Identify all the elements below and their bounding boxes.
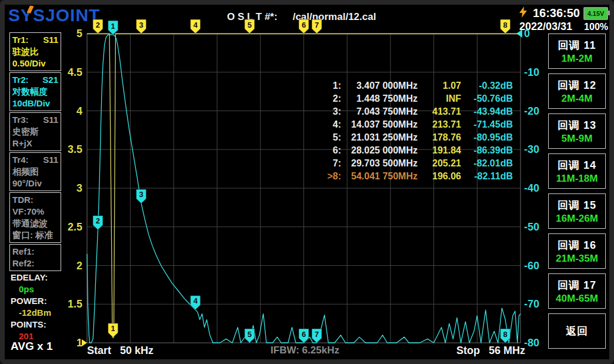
softkey-title: 回调 12 bbox=[558, 78, 596, 92]
y-axis-left-tick: 4.5 bbox=[68, 66, 82, 78]
marker-lab: >8: bbox=[316, 171, 341, 182]
marker-lab: 1: bbox=[316, 81, 341, 91]
softkey-title: 回调 14 bbox=[558, 158, 596, 172]
svg-text:1: 1 bbox=[111, 22, 115, 31]
softkey-title: 回调 16 bbox=[558, 238, 596, 252]
svg-text:1: 1 bbox=[111, 324, 115, 333]
marker-lab: 3: bbox=[316, 106, 341, 117]
marker-val: 413.71 bbox=[418, 106, 461, 117]
svg-text:6: 6 bbox=[302, 330, 306, 339]
svg-text:7: 7 bbox=[315, 21, 319, 29]
y-axis-right-tick: -40 bbox=[524, 182, 539, 194]
marker-flag-tr1-6[interactable]: 6 bbox=[299, 19, 309, 34]
marker-row: 2:1.448 750MHzINF-50.76dB bbox=[316, 92, 514, 105]
softkey-recall-11[interactable]: 回调 111M-2M bbox=[548, 34, 606, 69]
softkey-range: 16M-26M bbox=[556, 213, 598, 225]
softkey-back[interactable]: 返回 bbox=[548, 313, 606, 349]
vna-screen: SYSJOINT O S L T #*:/cal/normal/12.cal 1… bbox=[5, 5, 609, 359]
marker-flag-tr1-8[interactable]: 8 bbox=[500, 19, 510, 34]
softkey-menu: 回调 111M-2M回调 122M-4M回调 135M-9M回调 1411M-1… bbox=[548, 34, 607, 353]
svg-text:3: 3 bbox=[139, 21, 144, 29]
marker-flag-tr1-2[interactable]: 2 bbox=[93, 19, 103, 34]
marker-flag-tr2-3[interactable]: 3 bbox=[136, 189, 146, 203]
softkey-range: 40M-65M bbox=[556, 293, 598, 305]
softkey-title: 回调 17 bbox=[558, 278, 596, 292]
softkey-recall-13[interactable]: 回调 135M-9M bbox=[548, 113, 606, 149]
marker-lab: 7: bbox=[316, 158, 341, 169]
svg-text:7: 7 bbox=[315, 330, 319, 339]
y-axis-left-tick: 5 bbox=[76, 28, 82, 39]
svg-text:4: 4 bbox=[193, 296, 198, 305]
svg-text:6: 6 bbox=[302, 21, 306, 29]
softkey-range: 21M-35M bbox=[556, 253, 598, 265]
marker-frq: 28.025 000MHz bbox=[341, 145, 418, 156]
marker-row: 7:29.703 500MHz205.21-82.01dB bbox=[316, 157, 514, 170]
marker-row: 4:14.037 500MHz213.71-71.45dB bbox=[316, 118, 514, 131]
marker-db: -86.39dB bbox=[461, 145, 513, 156]
start-frequency: Start 50 kHz bbox=[87, 345, 154, 357]
marker-db: -0.32dB bbox=[461, 81, 513, 91]
marker-val: 213.71 bbox=[418, 119, 461, 130]
svg-text:2: 2 bbox=[96, 21, 100, 29]
marker-lab: 2: bbox=[316, 93, 341, 104]
marker-flag-tr1-3[interactable]: 3 bbox=[136, 19, 146, 34]
marker-frq: 1.448 750MHz bbox=[341, 93, 418, 104]
marker-flag-tr1-7[interactable]: 7 bbox=[312, 19, 322, 34]
marker-val: 191.84 bbox=[418, 145, 461, 156]
marker-db: -82.01dB bbox=[461, 158, 513, 169]
marker-frq: 29.703 500MHz bbox=[341, 158, 418, 169]
marker-flag-tr2-6[interactable]: 6 bbox=[299, 329, 309, 343]
marker-lab: 6: bbox=[316, 145, 341, 156]
svg-text:4: 4 bbox=[193, 21, 198, 29]
softkey-recall-12[interactable]: 回调 122M-4M bbox=[548, 74, 606, 109]
marker-lab: 4: bbox=[316, 119, 341, 130]
marker-flag-tr2-5[interactable]: 5 bbox=[245, 329, 255, 343]
marker-readout-table: 1:3.407 000MHz1.07-0.32dB2:1.448 750MHzI… bbox=[316, 79, 514, 183]
marker-flag-tr2-7[interactable]: 7 bbox=[312, 329, 322, 343]
marker-val: 205.21 bbox=[418, 158, 461, 169]
marker-flag-tr2-2[interactable]: 2 bbox=[93, 216, 103, 230]
marker-frq: 54.041 750MHz bbox=[341, 171, 418, 182]
marker-flag-tr1-4[interactable]: 4 bbox=[191, 19, 201, 34]
marker-frq: 14.037 500MHz bbox=[341, 119, 418, 130]
y-axis-left-tick: 4 bbox=[76, 105, 82, 117]
softkey-recall-14[interactable]: 回调 1411M-18M bbox=[548, 153, 606, 189]
svg-text:3: 3 bbox=[139, 190, 144, 199]
marker-row: >8:54.041 750MHz196.06-82.11dB bbox=[316, 170, 514, 183]
y-axis-left-tick: 3.5 bbox=[68, 143, 82, 155]
marker-flag-tr1-5[interactable]: 5 bbox=[245, 19, 255, 34]
y-axis-right-tick: -20 bbox=[524, 105, 539, 117]
marker-val: INF bbox=[418, 93, 461, 104]
marker-frq: 3.407 000MHz bbox=[341, 81, 418, 91]
svg-text:5: 5 bbox=[248, 330, 252, 339]
tr1-ref-arrow-icon[interactable] bbox=[82, 339, 87, 346]
marker-db: -80.95dB bbox=[461, 132, 513, 143]
sweep-plot: 54.543.532.521.510-10-20-30-40-50-60-70-… bbox=[5, 5, 609, 359]
svg-text:8: 8 bbox=[503, 21, 508, 29]
softkey-range: 1M-2M bbox=[562, 53, 593, 65]
softkey-recall-15[interactable]: 回调 1516M-26M bbox=[548, 193, 606, 229]
y-axis-right-tick: -70 bbox=[524, 298, 539, 310]
softkey-range: 5M-9M bbox=[562, 133, 593, 145]
marker-flag-tr2-4[interactable]: 4 bbox=[191, 296, 201, 310]
sweep-range-bar: Start 50 kHz IFBW: 6.25kHz Stop 56 MHz bbox=[87, 345, 525, 357]
softkey-title: 回调 13 bbox=[558, 118, 596, 132]
softkey-recall-17[interactable]: 回调 1740M-65M bbox=[548, 273, 606, 309]
marker-flag-tr2-1[interactable]: 1 bbox=[108, 21, 118, 35]
marker-frq: 21.031 250MHz bbox=[341, 132, 418, 143]
marker-val: 178.76 bbox=[418, 132, 461, 143]
marker-val: 196.06 bbox=[418, 171, 461, 182]
marker-row: 1:3.407 000MHz1.07-0.32dB bbox=[316, 79, 514, 92]
y-axis-left-tick: 2 bbox=[76, 260, 82, 272]
marker-db: -82.11dB bbox=[461, 171, 513, 182]
softkey-title: 回调 11 bbox=[558, 38, 596, 52]
softkey-title: 回调 15 bbox=[558, 198, 596, 212]
marker-db: -71.45dB bbox=[461, 119, 513, 130]
y-axis-right-tick: 0 bbox=[524, 28, 530, 39]
device-bezel: SYSJOINT O S L T #*:/cal/normal/12.cal 1… bbox=[0, 0, 614, 364]
y-axis-left-tick: 1 bbox=[76, 337, 82, 349]
softkey-recall-16[interactable]: 回调 1621M-35M bbox=[548, 233, 606, 269]
marker-row: 6:28.025 000MHz191.84-86.39dB bbox=[316, 144, 514, 157]
ifbw-label: IFBW: 6.25kHz bbox=[271, 345, 339, 357]
marker-flag-tr1-1[interactable]: 1 bbox=[108, 323, 118, 338]
